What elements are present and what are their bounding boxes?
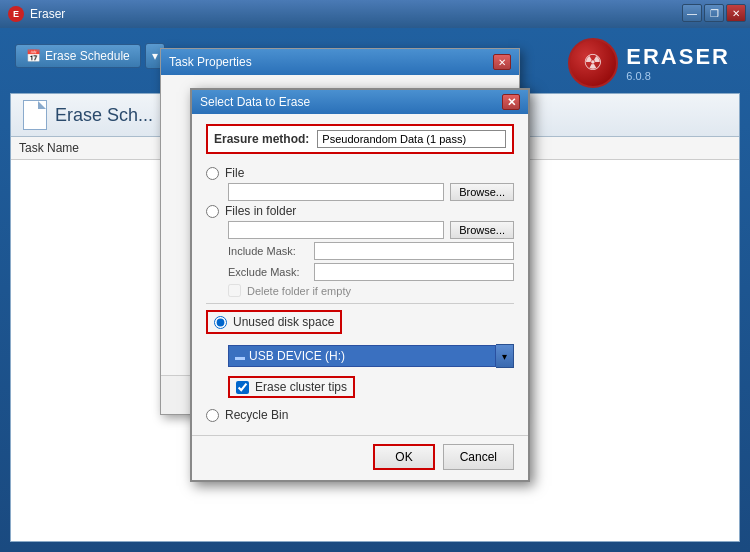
device-dropdown-arrow[interactable]: ▾ — [496, 344, 514, 368]
exclude-mask-row: Exclude Mask: — [228, 263, 514, 281]
folder-input[interactable] — [228, 221, 444, 239]
minimize-button[interactable]: — — [682, 4, 702, 22]
schedule-icon: 📅 — [26, 49, 41, 63]
file-radio[interactable] — [206, 167, 219, 180]
window-controls: — ❐ ✕ — [682, 4, 746, 22]
folder-input-row: Browse... — [228, 221, 514, 239]
app-area: ERASER 6.0.8 📅 Erase Schedule ▾ Erase Sc… — [0, 28, 750, 552]
dropdown-arrow-icon: ▾ — [152, 49, 158, 63]
select-data-title: Select Data to Erase — [200, 95, 310, 109]
logo-icon — [568, 38, 618, 88]
eraser-logo: ERASER 6.0.8 — [568, 38, 730, 88]
usb-icon: ▬ — [235, 351, 245, 362]
unused-disk-radio[interactable] — [214, 316, 227, 329]
app-title: Eraser — [30, 7, 65, 21]
include-mask-input[interactable] — [314, 242, 514, 260]
erase-schedule-label: Erase Schedule — [45, 49, 130, 63]
include-mask-label: Include Mask: — [228, 245, 308, 257]
unused-disk-section: Unused disk space — [206, 310, 342, 334]
recycle-bin-row: Recycle Bin — [206, 408, 514, 422]
page-title: Erase Sch... — [55, 105, 153, 126]
erasure-method-row: Erasure method: Pseudorandom Data (1 pas… — [206, 124, 514, 154]
include-mask-row: Include Mask: — [228, 242, 514, 260]
task-props-close-button[interactable]: ✕ — [493, 54, 511, 70]
logo-version: 6.0.8 — [626, 70, 730, 82]
toolbar: 📅 Erase Schedule ▾ — [15, 43, 165, 69]
file-input-row: Browse... — [228, 183, 514, 201]
file-browse-button[interactable]: Browse... — [450, 183, 514, 201]
close-button[interactable]: ✕ — [726, 4, 746, 22]
device-name: USB DEVICE (H:) — [249, 349, 345, 363]
erasure-method-select[interactable]: Pseudorandom Data (1 pass) — [317, 130, 506, 148]
files-in-folder-radio[interactable] — [206, 205, 219, 218]
divider — [206, 303, 514, 304]
erase-cluster-label: Erase cluster tips — [255, 380, 347, 394]
file-radio-row: File — [206, 166, 514, 180]
recycle-bin-radio[interactable] — [206, 409, 219, 422]
exclude-mask-label: Exclude Mask: — [228, 266, 308, 278]
select-data-buttons: OK Cancel — [192, 435, 528, 480]
logo-text: ERASER 6.0.8 — [626, 44, 730, 82]
select-data-title-bar: Select Data to Erase ✕ — [192, 90, 528, 114]
erasure-method-label: Erasure method: — [214, 132, 309, 146]
restore-button[interactable]: ❐ — [704, 4, 724, 22]
erase-cluster-row: Erase cluster tips — [228, 376, 355, 398]
select-data-dialog: Select Data to Erase ✕ Erasure method: P… — [190, 88, 530, 482]
title-bar: E Eraser — ❐ ✕ — [0, 0, 750, 28]
delete-folder-label: Delete folder if empty — [247, 285, 351, 297]
select-data-content: Erasure method: Pseudorandom Data (1 pas… — [192, 114, 528, 435]
logo-main: ERASER — [626, 44, 730, 70]
select-data-ok-button[interactable]: OK — [373, 444, 434, 470]
task-props-title: Task Properties — [169, 55, 252, 69]
select-data-close-button[interactable]: ✕ — [502, 94, 520, 110]
app-icon: E — [8, 6, 24, 22]
page-icon — [23, 100, 47, 130]
unused-disk-label: Unused disk space — [233, 315, 334, 329]
exclude-mask-input[interactable] — [314, 263, 514, 281]
erase-schedule-button[interactable]: 📅 Erase Schedule — [15, 44, 141, 68]
device-select[interactable]: ▬ USB DEVICE (H:) — [228, 345, 496, 367]
files-in-folder-radio-row: Files in folder — [206, 204, 514, 218]
delete-folder-checkbox — [228, 284, 241, 297]
files-in-folder-label: Files in folder — [225, 204, 296, 218]
select-data-cancel-button[interactable]: Cancel — [443, 444, 514, 470]
folder-browse-button[interactable]: Browse... — [450, 221, 514, 239]
task-props-title-bar: Task Properties ✕ — [161, 49, 519, 75]
delete-folder-row: Delete folder if empty — [228, 284, 514, 297]
erase-cluster-checkbox[interactable] — [236, 381, 249, 394]
device-dropdown-row: ▬ USB DEVICE (H:) ▾ — [228, 344, 514, 368]
recycle-bin-label: Recycle Bin — [225, 408, 288, 422]
file-input[interactable] — [228, 183, 444, 201]
file-label: File — [225, 166, 244, 180]
